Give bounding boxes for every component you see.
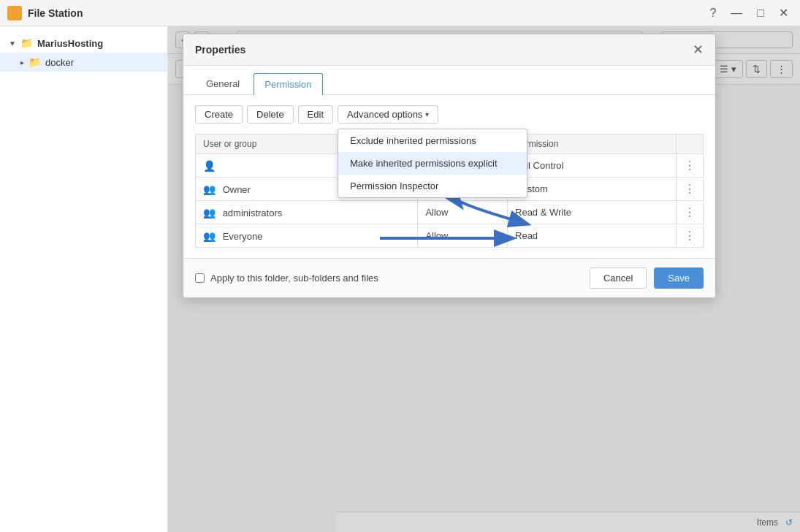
dropdown-item-exclude[interactable]: Exclude inherited permissions bbox=[338, 129, 527, 152]
cell-more-3: ⋮ bbox=[677, 201, 704, 224]
advanced-options-button[interactable]: Advanced options ▾ bbox=[338, 105, 438, 123]
footer-buttons: Cancel Save bbox=[590, 267, 704, 289]
titlebar: File Station ? — □ ✕ bbox=[0, 0, 800, 26]
dialog-body: Create Delete Edit Advanced options ▾ bbox=[183, 95, 715, 258]
folder-icon: 📁 bbox=[20, 37, 33, 49]
make-explicit-label: Make inherited permissions explicit bbox=[350, 158, 498, 169]
close-btn[interactable]: ✕ bbox=[774, 4, 793, 21]
titlebar-controls: ? — □ ✕ bbox=[705, 4, 793, 21]
cell-type-3: Allow bbox=[418, 201, 508, 224]
username-4: Everyone bbox=[223, 231, 263, 242]
cell-more-1: ⋮ bbox=[677, 154, 704, 178]
cell-more-4: ⋮ bbox=[677, 224, 704, 248]
sidebar: ▼ 📁 MariusHosting ▸ 📁 docker bbox=[0, 26, 168, 532]
edit-perm-label: Edit bbox=[308, 109, 324, 120]
dialog-title: Properties bbox=[195, 44, 245, 56]
col-actions bbox=[677, 134, 704, 154]
child-expand-icon: ▸ bbox=[20, 58, 24, 66]
user-icon: 👤 bbox=[203, 160, 216, 172]
apply-checkbox[interactable] bbox=[195, 273, 205, 283]
app-icon bbox=[7, 6, 22, 20]
group-icon-4: 👥 bbox=[203, 230, 216, 242]
more-button-1[interactable]: ⋮ bbox=[684, 159, 696, 172]
cancel-button[interactable]: Cancel bbox=[590, 267, 647, 289]
group-icon-2: 👥 bbox=[203, 183, 216, 195]
group-icon-3: 👥 bbox=[203, 207, 216, 218]
sidebar-root-label: MariusHosting bbox=[37, 38, 103, 49]
dropdown-item-make-explicit[interactable]: Make inherited permissions explicit bbox=[338, 152, 527, 175]
more-button-3[interactable]: ⋮ bbox=[684, 205, 696, 219]
minimize-btn[interactable]: — bbox=[726, 5, 747, 21]
cell-type-4: Allow bbox=[418, 224, 508, 248]
main-layout: ▼ 📁 MariusHosting ▸ 📁 docker ‹ › ↻ ☆ 🔍 bbox=[0, 26, 800, 532]
cell-user-4: 👥 Everyone bbox=[196, 224, 418, 248]
tab-permission[interactable]: Permission bbox=[254, 73, 322, 95]
create-perm-button[interactable]: Create bbox=[195, 105, 243, 123]
advanced-dropdown-menu: Exclude inherited permissions Make inher… bbox=[338, 129, 527, 198]
app-title: File Station bbox=[28, 7, 83, 19]
checkbox-row: Apply to this folder, sub-folders and fi… bbox=[195, 273, 378, 284]
permission-toolbar: Create Delete Edit Advanced options ▾ bbox=[195, 105, 704, 123]
properties-dialog: Properties ✕ General Permission Create bbox=[183, 34, 716, 298]
tab-general[interactable]: General bbox=[195, 73, 251, 94]
more-button-2[interactable]: ⋮ bbox=[684, 182, 696, 196]
col-permission: Permission bbox=[508, 134, 677, 154]
dialog-tabs: General Permission bbox=[183, 66, 715, 95]
exclude-label: Exclude inherited permissions bbox=[350, 135, 476, 146]
advanced-options-label: Advanced options bbox=[347, 109, 422, 120]
table-row: 👥 Everyone Allow Read ⋮ bbox=[196, 224, 704, 248]
cell-user-3: 👥 administrators bbox=[196, 201, 418, 224]
create-perm-label: Create bbox=[205, 109, 233, 120]
edit-perm-button[interactable]: Edit bbox=[298, 105, 333, 123]
content-area: ‹ › ↻ ☆ 🔍 Create ▾ Upload ▾ Action ▾ bbox=[168, 26, 800, 532]
dialog-footer: Apply to this folder, sub-folders and fi… bbox=[183, 258, 715, 297]
cell-more-2: ⋮ bbox=[677, 178, 704, 201]
sidebar-child-label: docker bbox=[45, 57, 74, 68]
help-btn[interactable]: ? bbox=[705, 5, 720, 21]
cell-perm-4: Read bbox=[508, 224, 677, 248]
titlebar-left: File Station bbox=[7, 6, 83, 20]
cell-perm-1: Full Control bbox=[508, 154, 677, 178]
cell-perm-2: Custom bbox=[508, 178, 677, 201]
apply-label: Apply to this folder, sub-folders and fi… bbox=[210, 273, 378, 284]
child-folder-icon: 📁 bbox=[28, 56, 41, 68]
maximize-btn[interactable]: □ bbox=[753, 5, 769, 21]
username-3: administrators bbox=[223, 208, 283, 218]
delete-perm-label: Delete bbox=[256, 109, 284, 120]
dialog-header: Properties ✕ bbox=[183, 34, 715, 66]
cell-perm-3: Read & Write bbox=[508, 201, 677, 224]
advanced-options-wrapper: Advanced options ▾ Exclude inherited per… bbox=[338, 105, 438, 123]
dialog-close-button[interactable]: ✕ bbox=[693, 42, 704, 58]
inspector-label: Permission Inspector bbox=[350, 180, 438, 191]
sidebar-item-root[interactable]: ▼ 📁 MariusHosting bbox=[0, 34, 167, 53]
save-button[interactable]: Save bbox=[654, 267, 704, 289]
more-button-4[interactable]: ⋮ bbox=[684, 229, 696, 243]
table-row: 👥 administrators Allow Read & Write ⋮ bbox=[196, 201, 704, 224]
sidebar-item-docker[interactable]: ▸ 📁 docker bbox=[0, 53, 167, 72]
advanced-arrow-icon: ▾ bbox=[425, 110, 429, 118]
username-2: Owner bbox=[223, 184, 251, 195]
delete-perm-button[interactable]: Delete bbox=[247, 105, 294, 123]
expand-icon: ▼ bbox=[9, 39, 16, 48]
dialog-overlay: Properties ✕ General Permission Create bbox=[168, 26, 800, 532]
dropdown-item-inspector[interactable]: Permission Inspector bbox=[338, 175, 527, 197]
